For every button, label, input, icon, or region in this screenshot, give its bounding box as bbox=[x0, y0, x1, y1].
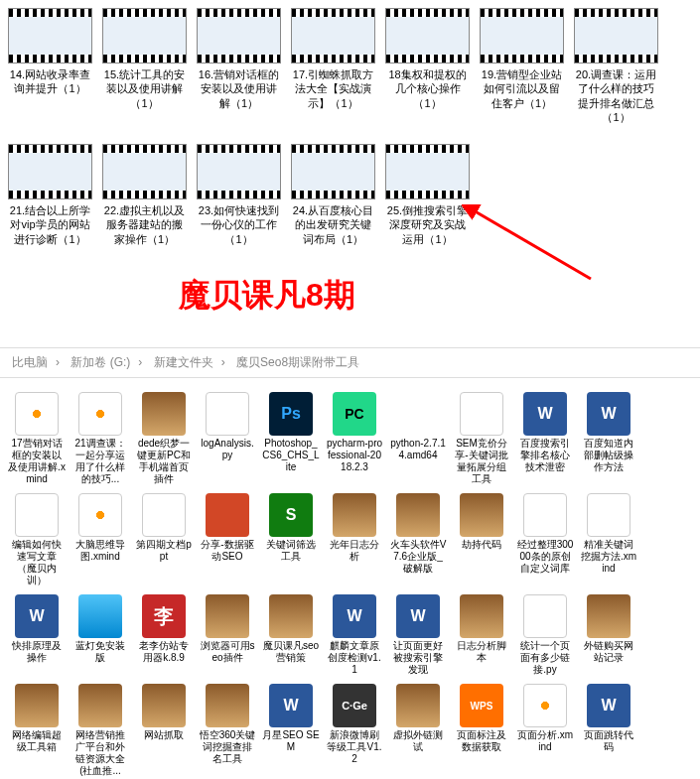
video-item[interactable]: 16.营销对话框的安装以及使用讲解（1） bbox=[197, 8, 281, 124]
video-label: 16.营销对话框的安装以及使用讲解（1） bbox=[197, 67, 281, 110]
file-item[interactable]: logAnalysis.py bbox=[197, 390, 258, 487]
video-item[interactable]: 23.如何快速找到一份心仪的工作（1） bbox=[197, 144, 281, 246]
file-item[interactable]: 外链购买网站记录 bbox=[578, 592, 639, 678]
file-item[interactable]: 页面分析.xmind bbox=[514, 682, 576, 779]
video-thumbnail bbox=[385, 144, 470, 199]
video-item[interactable]: 21.结合以上所学对vip学员的网站进行诊断（1） bbox=[8, 144, 92, 246]
video-label: 18集权和提权的几个核心操作（1） bbox=[385, 67, 470, 110]
video-thumbnail bbox=[291, 144, 375, 199]
file-item[interactable]: 大脑思维导图.xmind bbox=[70, 491, 131, 588]
zip-icon bbox=[206, 684, 249, 727]
file-item[interactable]: 劫持代码 bbox=[451, 491, 512, 588]
video-item[interactable]: 24.从百度核心目的出发研究关键词布局（1） bbox=[291, 144, 375, 246]
file-label: 劫持代码 bbox=[453, 539, 510, 551]
file-label: 编辑如何快速写文章（魔贝内训） bbox=[8, 539, 66, 586]
file-item[interactable]: 精准关键词挖掘方法.xmind bbox=[578, 491, 639, 588]
file-item[interactable]: 网站抓取 bbox=[133, 682, 195, 779]
pc-icon: PC bbox=[333, 392, 376, 436]
video-item[interactable]: 17.引蜘蛛抓取方法大全【实战演示】（1） bbox=[291, 8, 375, 124]
file-item[interactable]: 虚拟外链测试 bbox=[387, 682, 449, 779]
video-thumbnail bbox=[8, 8, 92, 64]
zip-icon bbox=[142, 392, 186, 436]
breadcrumb-part[interactable]: 比电脑 bbox=[12, 355, 48, 369]
s-icon: S bbox=[269, 493, 313, 537]
file-label: 17营销对话框的安装以及使用讲解.xmind bbox=[8, 438, 66, 485]
file-item[interactable]: S关键词筛选工具 bbox=[260, 491, 322, 588]
file-item[interactable]: 蓝灯免安装版 bbox=[70, 592, 131, 678]
file-item[interactable]: 火车头软件V7.6企业版_破解版 bbox=[387, 491, 449, 588]
file-item[interactable]: dede织梦一键更新PC和手机端首页插件 bbox=[133, 390, 195, 487]
video-item[interactable]: 15.统计工具的安装以及使用讲解（1） bbox=[102, 8, 187, 124]
file-item[interactable]: 魔贝课凡seo营销策 bbox=[260, 592, 322, 678]
svg-line-0 bbox=[472, 209, 591, 279]
video-item[interactable]: 14.网站收录率查询并提升（1） bbox=[8, 8, 92, 124]
ps-icon: Ps bbox=[269, 392, 313, 436]
file-item[interactable]: SEM竞价分享-关键词批量拓展分组工具 bbox=[451, 390, 512, 487]
file-label: 快排原理及操作 bbox=[8, 640, 66, 664]
file-item[interactable]: 日志分析脚本 bbox=[451, 592, 512, 678]
xmind-icon bbox=[523, 684, 567, 727]
file-item[interactable]: W月星SEO SEM bbox=[260, 682, 322, 779]
zip-icon bbox=[269, 594, 313, 638]
file-item[interactable]: python-2.7.14.amd64 bbox=[387, 390, 449, 487]
file-item[interactable]: PCpycharm-professional-2018.2.3 bbox=[324, 390, 385, 487]
chevron-right-icon: › bbox=[138, 355, 142, 369]
file-item[interactable]: PsPhotoshop_CS6_CHS_Lite bbox=[260, 390, 322, 487]
video-item[interactable]: 20.调查课：运用了什么样的技巧提升排名做汇总（1） bbox=[574, 8, 658, 124]
file-item[interactable]: W快排原理及操作 bbox=[6, 592, 68, 678]
file-item[interactable]: 第四期文档ppt bbox=[133, 491, 195, 588]
file-item[interactable]: W百度知道内部删帖级操作方法 bbox=[578, 390, 639, 487]
file-item[interactable]: W百度搜索引擎排名核心技术泄密 bbox=[514, 390, 576, 487]
file-label: 网站抓取 bbox=[135, 729, 193, 741]
video-label: 21.结合以上所学对vip学员的网站进行诊断（1） bbox=[8, 203, 92, 246]
file-grid: 17营销对话框的安装以及使用讲解.xmind21调查课：一起分享运用了什么样的技… bbox=[0, 378, 700, 779]
red-arrow-1 bbox=[462, 204, 601, 284]
file-label: 日志分析脚本 bbox=[453, 640, 510, 664]
exe-icon bbox=[78, 594, 122, 638]
breadcrumb-part[interactable]: 新建文件夹 bbox=[154, 355, 213, 369]
file-item[interactable]: 悟空360关键词挖掘查排名工具 bbox=[197, 682, 258, 779]
file-item[interactable]: W让页面更好被搜索引擎发现 bbox=[387, 592, 449, 678]
file-item[interactable]: 编辑如何快速写文章（魔贝内训） bbox=[6, 491, 68, 588]
file-item[interactable]: 分享-数据驱动SEO bbox=[197, 491, 258, 588]
doc-icon bbox=[460, 392, 503, 436]
xmind-icon bbox=[15, 392, 59, 436]
breadcrumb-part[interactable]: 新加卷 (G:) bbox=[70, 355, 130, 369]
file-label: 统计一个页面有多少链接.py bbox=[516, 640, 574, 676]
file-item[interactable]: 统计一个页面有多少链接.py bbox=[514, 592, 576, 678]
file-item[interactable]: 21调查课：一起分享运用了什么样的技巧... bbox=[70, 390, 131, 487]
file-item[interactable]: W麒麟文章原创度检测v1.1 bbox=[324, 592, 385, 678]
file-label: 关键词筛选工具 bbox=[262, 539, 320, 563]
file-item[interactable]: W页面跳转代码 bbox=[578, 682, 639, 779]
file-label: 浏览器可用seo插件 bbox=[199, 640, 256, 664]
file-item[interactable]: 17营销对话框的安装以及使用讲解.xmind bbox=[6, 390, 68, 487]
chevron-right-icon: › bbox=[56, 355, 60, 369]
file-item[interactable]: 网络编辑超级工具箱 bbox=[6, 682, 68, 779]
video-thumbnail bbox=[197, 144, 281, 199]
video-item[interactable]: 19.营销型企业站如何引流以及留住客户（1） bbox=[480, 8, 564, 124]
file-item[interactable]: 光年日志分析 bbox=[324, 491, 385, 588]
video-thumbnail bbox=[480, 8, 564, 64]
w-icon: W bbox=[523, 392, 567, 436]
ppt-icon bbox=[206, 493, 249, 537]
file-label: 页面标注及数据获取 bbox=[453, 729, 510, 753]
video-item[interactable]: 22.虚拟主机以及服务器建站的搬家操作（1） bbox=[102, 144, 187, 246]
video-item[interactable]: 18集权和提权的几个核心操作（1） bbox=[385, 8, 470, 124]
file-label: 百度知道内部删帖级操作方法 bbox=[580, 438, 637, 473]
video-item[interactable]: 25.倒推搜索引擎深度研究及实战运用（1） bbox=[385, 144, 470, 246]
file-label: python-2.7.14.amd64 bbox=[389, 438, 447, 461]
cge-icon: C·Ge bbox=[333, 684, 376, 727]
file-item[interactable]: WPS页面标注及数据获取 bbox=[451, 682, 512, 779]
file-label: 网络营销推广平台和外链资源大全(社血推... bbox=[71, 729, 129, 777]
video-thumbnail bbox=[8, 144, 92, 199]
file-item[interactable]: 浏览器可用seo插件 bbox=[197, 592, 258, 678]
file-item[interactable]: 网络营销推广平台和外链资源大全(社血推... bbox=[70, 682, 131, 779]
video-label: 17.引蜘蛛抓取方法大全【实战演示】（1） bbox=[291, 67, 375, 110]
file-item[interactable]: C·Ge新浪微博刷等级工具V1.2 bbox=[324, 682, 385, 779]
video-label: 23.如何快速找到一份心仪的工作（1） bbox=[197, 203, 281, 246]
breadcrumb[interactable]: 比电脑› 新加卷 (G:)› 新建文件夹› 魔贝Seo8期课附带工具 bbox=[0, 347, 700, 378]
file-item[interactable]: 经过整理30000条的原创自定义词库 bbox=[514, 491, 576, 588]
file-label: 悟空360关键词挖掘查排名工具 bbox=[199, 729, 256, 765]
breadcrumb-part[interactable]: 魔贝Seo8期课附带工具 bbox=[236, 355, 359, 369]
file-item[interactable]: 李老李仿站专用器k.8.9 bbox=[133, 592, 195, 678]
